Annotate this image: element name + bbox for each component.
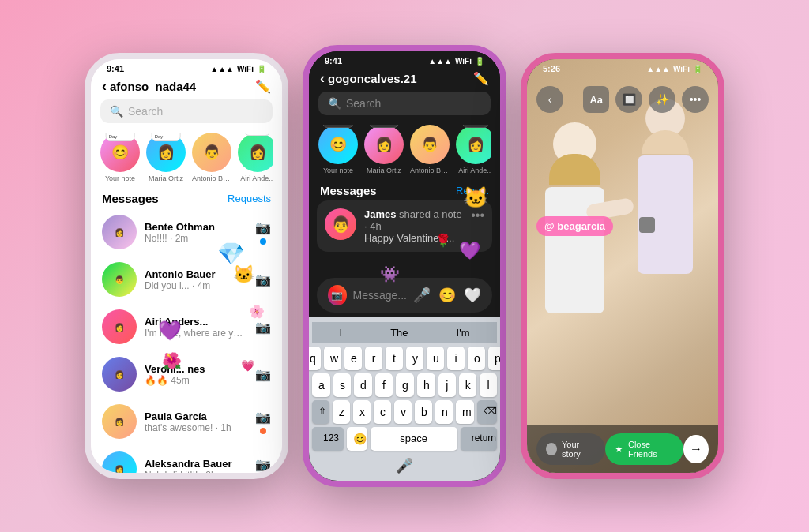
msg-content-airi: Airi Anders... I'm here, where are you? … [145, 316, 247, 339]
your-story-btn[interactable]: Your story [536, 433, 605, 465]
key-n[interactable]: n [435, 400, 453, 424]
phone-2: 9:41 ▲▲▲ WiFi 🔋 ‹ gogoncalves.21 ✏️ 🔍 Se… [303, 45, 506, 487]
phone-1-search-bar[interactable]: 🔍 Search [100, 99, 273, 123]
msg-paula[interactable]: 👩 Paula García that's awesome! · 1h 📷 [91, 398, 282, 445]
key-d[interactable]: d [354, 373, 372, 397]
msg-right-paula: 📷 [255, 410, 271, 434]
msg-preview-paula: that's awesome! · 1h [145, 422, 247, 433]
suggest-1[interactable]: I [340, 327, 343, 339]
figure-left [539, 122, 610, 359]
more-tool-btn[interactable]: ••• [682, 86, 709, 113]
key-r[interactable]: r [365, 347, 382, 370]
draw-tool-btn[interactable]: 🔲 [615, 86, 642, 113]
d-story-your-note[interactable]: Can we talkabout that 😊 Your note [318, 125, 358, 174]
story-airi[interactable]: Anyone hleads? 👩 Airi Ande... [238, 133, 273, 182]
d-story-airi[interactable]: Anyone hleads? 👩 Airi Ande... [456, 125, 491, 174]
phone-2-search-bar[interactable]: 🔍 Search [318, 92, 491, 115]
key-l[interactable]: l [480, 373, 497, 397]
key-p[interactable]: p [488, 347, 500, 370]
key-v[interactable]: v [394, 400, 412, 424]
key-shift[interactable]: ⇧ [312, 400, 329, 424]
story-your-note[interactable]: HappyValentine'sDay 😊 Your note [100, 133, 140, 182]
story-photo: 5:26 ▲▲▲ WiFi 🔋 ‹ Aa 🔲 ✨ ••• [527, 59, 718, 473]
message-input-placeholder[interactable]: Message... [353, 289, 407, 302]
key-c[interactable]: c [374, 400, 391, 424]
keyboard-mic-row: 🎤 [312, 454, 497, 476]
key-emoji[interactable]: 😊 [347, 427, 367, 451]
key-f[interactable]: f [375, 373, 393, 397]
d-story-avatar-maria: HappyValentine's 👩 [364, 125, 404, 164]
key-j[interactable]: j [438, 373, 456, 397]
battery-icon-3: 🔋 [693, 65, 702, 73]
keyboard-row-1: q w e r t y u i o p [312, 347, 497, 370]
msg-content-aleksandra: Aleksandra Bauer Nah I did it!!! · 3h [145, 458, 247, 474]
close-story-btn[interactable]: ‹ [536, 86, 563, 113]
mic-icon[interactable]: 🎤 [413, 287, 431, 304]
note-tag-airi: Anyone hleads? [244, 133, 270, 136]
phone-1-time: 9:41 [107, 64, 124, 73]
d-story-maria[interactable]: HappyValentine's 👩 Maria Ortiz [364, 125, 404, 174]
msg-avatar-veronica: 👩 [102, 357, 137, 392]
msg-veronica[interactable]: 👩 Veroni... nes 🔥🔥 45m 📷 [91, 350, 282, 398]
key-h[interactable]: h [417, 373, 435, 397]
story-maria[interactable]: HappyValentine'sDay 👩 Maria Ortiz [146, 133, 186, 182]
key-numbers[interactable]: 123 [312, 427, 344, 451]
sticker-tool-btn[interactable]: ✨ [649, 86, 675, 113]
key-z[interactable]: z [333, 400, 350, 424]
suggest-3[interactable]: I'm [457, 327, 470, 339]
phone-1-header: ‹ afonso_nada44 ✏️ [91, 75, 282, 99]
back-arrow-icon[interactable]: ‹ [102, 78, 107, 95]
story-antonio[interactable]: 👨 Antonio Bauer [192, 133, 231, 182]
sticker-icon[interactable]: 😊 [438, 287, 456, 304]
edit-icon-2[interactable]: ✏️ [473, 71, 489, 86]
msg-right-aleksandra: 📷 [255, 457, 271, 474]
key-m[interactable]: m [456, 400, 474, 424]
edit-icon[interactable]: ✏️ [255, 79, 271, 94]
close-friends-btn[interactable]: ★ Close Friends [605, 433, 683, 465]
key-y[interactable]: y [406, 347, 423, 370]
key-g[interactable]: g [396, 373, 414, 397]
note-menu-icon[interactable]: ••• [471, 208, 484, 223]
send-story-btn[interactable]: → [683, 435, 709, 463]
story-label-your-note: Your note [105, 174, 135, 182]
key-a[interactable]: a [312, 373, 330, 397]
key-return[interactable]: return [461, 427, 497, 451]
phone-1-header-left: ‹ afonso_nada44 [102, 78, 196, 95]
heart-input-icon[interactable]: 🤍 [464, 287, 481, 304]
back-arrow-icon-2[interactable]: ‹ [320, 70, 325, 87]
suggest-2[interactable]: The [390, 327, 408, 339]
mention-sticker[interactable]: @ beagarcia [536, 216, 613, 236]
key-t[interactable]: t [386, 347, 403, 370]
d-story-antonio[interactable]: 👨 Antonio Bauer [410, 125, 450, 174]
key-k[interactable]: k [459, 373, 476, 397]
text-tool-btn[interactable]: Aa [583, 86, 609, 113]
msg-airi[interactable]: 👩 Airi Anders... I'm here, where are you… [91, 303, 282, 350]
key-w[interactable]: w [324, 347, 341, 370]
keyboard-mic-icon: 🎤 [396, 457, 413, 474]
phone-2-screen: 9:41 ▲▲▲ WiFi 🔋 ‹ gogoncalves.21 ✏️ 🔍 Se… [309, 51, 500, 481]
msg-name-airi: Airi Anders... [145, 316, 247, 328]
key-e[interactable]: e [344, 347, 362, 370]
requests-link-2[interactable]: Requ... [456, 185, 489, 197]
msg-avatar-antonio: 👨 [102, 262, 137, 297]
msg-antonio[interactable]: 👨 Antonio Bauer Did you l... · 4m 📷 [91, 256, 282, 303]
msg-name-veronica: Veroni... nes [145, 363, 247, 375]
key-b[interactable]: b [415, 400, 432, 424]
msg-bente[interactable]: 👩 Bente Othman No!!!! · 2m 📷 [91, 208, 282, 256]
key-delete[interactable]: ⌫ [477, 400, 497, 424]
msg-aleksandra[interactable]: 👩 Aleksandra Bauer Nah I did it!!! · 3h … [91, 445, 282, 473]
message-input-area[interactable]: 📷 Message... 🎤 😊 🤍 [317, 278, 492, 313]
story-label-airi: Airi Ande... [240, 174, 273, 182]
key-s[interactable]: s [333, 373, 351, 397]
key-i[interactable]: i [447, 347, 465, 370]
key-u[interactable]: u [427, 347, 444, 370]
key-q[interactable]: q [309, 347, 321, 370]
story-avatar-airi: Anyone hleads? 👩 [238, 133, 273, 172]
phone-1-status-icons: ▲▲▲ WiFi 🔋 [210, 65, 266, 73]
requests-link-1[interactable]: Requests [228, 193, 271, 204]
key-space[interactable]: space [371, 427, 457, 451]
phone-2-search-placeholder: Search [346, 97, 381, 110]
your-story-avatar [546, 443, 557, 455]
key-x[interactable]: x [353, 400, 371, 424]
key-o[interactable]: o [468, 347, 485, 370]
